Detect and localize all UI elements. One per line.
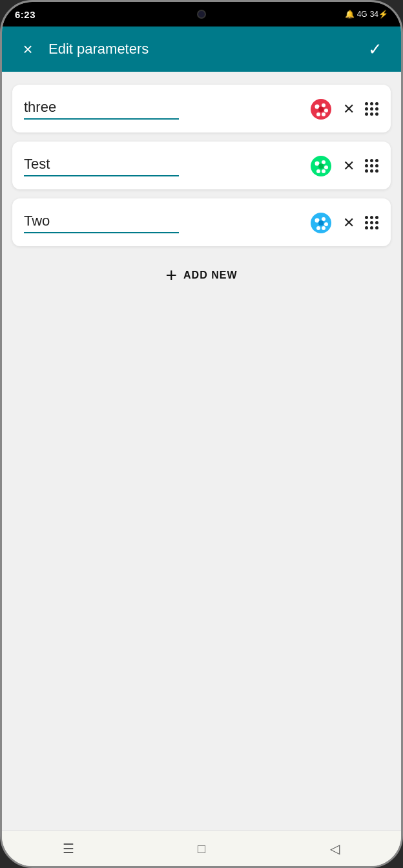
color-palette-button-1[interactable] [309, 98, 333, 121]
battery-icon: 34⚡ [370, 10, 388, 19]
menu-icon: ☰ [63, 841, 74, 856]
back-icon: ◁ [330, 841, 340, 856]
bell-icon: 🔔 [345, 10, 355, 19]
param-card-3: ✕ [12, 198, 391, 246]
add-plus-icon: + [166, 266, 178, 285]
svg-point-11 [322, 169, 326, 173]
delete-button-2[interactable]: ✕ [339, 156, 358, 176]
close-button[interactable]: × [15, 36, 41, 62]
add-new-button[interactable]: + ADD NEW [12, 255, 391, 295]
svg-point-5 [316, 112, 320, 116]
param-input-wrapper-1 [24, 99, 303, 120]
status-icons-right: 🔔 4G 34⚡ [345, 10, 388, 19]
status-time: 6:23 [15, 9, 36, 20]
color-palette-button-2[interactable] [309, 154, 333, 178]
svg-point-12 [316, 169, 320, 173]
close-icon: × [23, 39, 32, 59]
param-actions-1: ✕ [309, 98, 379, 121]
camera-dot [197, 10, 206, 19]
bottom-nav: ☰ □ ◁ [2, 831, 401, 866]
svg-point-2 [322, 103, 326, 107]
param-input-1[interactable] [24, 99, 179, 120]
drag-handle-2[interactable] [365, 159, 379, 173]
confirm-button[interactable]: ✓ [362, 36, 388, 62]
nav-menu-button[interactable]: ☰ [52, 836, 85, 862]
svg-point-6 [318, 107, 324, 112]
home-icon: □ [198, 842, 205, 856]
confirm-icon: ✓ [368, 39, 382, 59]
content-area: ✕ [2, 72, 401, 831]
svg-point-9 [322, 160, 326, 164]
drag-handle-1[interactable] [365, 102, 379, 116]
signal-icon: 4G [357, 10, 367, 19]
drag-handle-3[interactable] [365, 216, 379, 230]
svg-point-18 [322, 226, 326, 230]
param-input-2[interactable] [24, 156, 179, 176]
param-input-3[interactable] [24, 213, 179, 233]
phone-frame: 6:23 🔔 4G 34⚡ × Edit parameters ✓ [0, 0, 403, 868]
svg-point-16 [322, 217, 326, 221]
svg-point-13 [318, 164, 324, 169]
param-card-2: ✕ [12, 142, 391, 189]
param-input-wrapper-3 [24, 213, 303, 233]
delete-button-3[interactable]: ✕ [339, 213, 358, 233]
color-palette-button-3[interactable] [309, 211, 333, 235]
svg-point-4 [322, 112, 326, 116]
svg-point-3 [324, 109, 328, 112]
app-bar: × Edit parameters ✓ [2, 26, 401, 72]
svg-point-20 [318, 220, 324, 226]
delete-button-1[interactable]: ✕ [339, 100, 358, 119]
camera-area [182, 2, 221, 26]
param-actions-3: ✕ [309, 211, 379, 235]
param-input-wrapper-2 [24, 156, 303, 176]
param-card-1: ✕ [12, 85, 391, 132]
svg-point-17 [324, 222, 328, 226]
status-bar: 6:23 🔔 4G 34⚡ [2, 2, 401, 26]
add-new-label: ADD NEW [183, 270, 237, 281]
page-title: Edit parameters [41, 41, 362, 58]
svg-point-10 [324, 165, 328, 169]
svg-point-19 [316, 226, 320, 230]
nav-back-button[interactable]: ◁ [318, 836, 351, 862]
param-actions-2: ✕ [309, 154, 379, 178]
nav-home-button[interactable]: □ [185, 836, 218, 862]
